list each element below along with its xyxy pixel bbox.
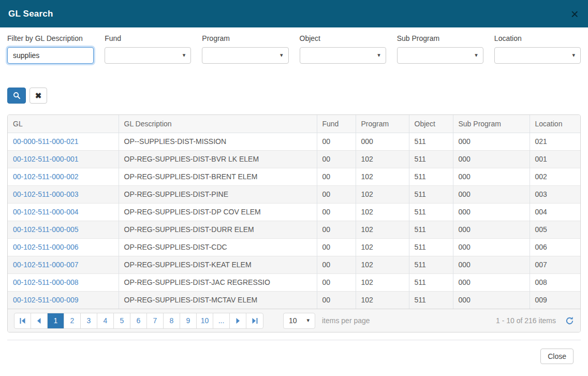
- column-header-object[interactable]: Object: [409, 115, 453, 133]
- table-cell: 002: [530, 168, 581, 185]
- table-cell: 00: [317, 221, 356, 238]
- table-cell: 008: [530, 273, 581, 291]
- table-cell: OP--SUPPLIES-DIST-MISSION: [119, 133, 317, 150]
- column-header-sub-program[interactable]: Sub Program: [453, 115, 530, 133]
- pager-right: 1 - 10 of 216 items: [496, 316, 574, 325]
- gl-description-input[interactable]: [7, 47, 94, 64]
- search-button[interactable]: [7, 88, 26, 104]
- table-cell: 511: [409, 150, 453, 168]
- pager-page-2-button[interactable]: 2: [64, 313, 81, 328]
- pager-page-4-button[interactable]: 4: [97, 313, 114, 328]
- column-header-location[interactable]: Location: [530, 115, 581, 133]
- table-cell: 00: [317, 168, 356, 185]
- table-cell: 102: [356, 168, 409, 185]
- filter-field-description: Filter by GL Description: [7, 34, 94, 64]
- table-cell: 000: [453, 168, 530, 185]
- gl-link[interactable]: 00-102-511-000-002: [13, 172, 79, 181]
- table-cell: 000: [453, 273, 530, 291]
- program-dropdown[interactable]: ▾: [202, 47, 288, 64]
- table-cell: 511: [409, 273, 453, 291]
- table-cell: 511: [409, 133, 453, 150]
- table-cell: 102: [356, 273, 409, 291]
- column-header-fund[interactable]: Fund: [317, 115, 356, 133]
- table-cell: 021: [530, 133, 581, 150]
- table-cell: 00: [317, 256, 356, 273]
- table-cell: OP-REG-SUPPLIES-DIST-DP COV ELEM: [119, 203, 317, 221]
- close-icon[interactable]: ×: [570, 7, 580, 21]
- table-cell: OP-REG-SUPPLIES-DIST-BVR LK ELEM: [119, 150, 317, 168]
- close-button[interactable]: Close: [540, 349, 574, 364]
- table-cell: 102: [356, 256, 409, 273]
- table-cell: OP-REG-SUPPLIES-DIST-BRENT ELEM: [119, 168, 317, 185]
- gl-link[interactable]: 00-102-511-000-004: [13, 208, 79, 216]
- filter-row: Filter by GL Description Fund▾Program▾Ob…: [7, 34, 581, 64]
- modal-body: Filter by GL Description Fund▾Program▾Ob…: [0, 27, 588, 364]
- table-cell: 004: [530, 203, 581, 221]
- table-cell: 006: [530, 238, 581, 256]
- gl-link[interactable]: 00-102-511-000-007: [13, 261, 79, 269]
- gl-link[interactable]: 00-102-511-000-005: [13, 225, 79, 234]
- pager-page-5-button[interactable]: 5: [114, 313, 130, 328]
- gl-link[interactable]: 00-102-511-000-009: [13, 296, 79, 304]
- column-header-gl-description[interactable]: GL Description: [119, 115, 317, 133]
- table-row: 00-102-511-000-002OP-REG-SUPPLIES-DIST-B…: [8, 168, 581, 185]
- pager-page-7-button[interactable]: 7: [147, 313, 164, 328]
- chevron-down-icon: ▾: [377, 52, 380, 59]
- table-cell: 102: [356, 221, 409, 238]
- gl-link[interactable]: 00-102-511-000-003: [13, 190, 79, 198]
- items-per-page-select[interactable]: 10 ▾: [283, 313, 315, 329]
- table-cell: 511: [409, 221, 453, 238]
- filter-sub-program-label: Sub Program: [397, 34, 483, 42]
- clear-button[interactable]: ✖: [30, 88, 47, 104]
- gl-link[interactable]: 00-102-511-000-001: [13, 155, 79, 163]
- table-cell: 511: [409, 168, 453, 185]
- filter-location-label: Location: [494, 34, 581, 42]
- table-cell: 00: [317, 238, 356, 256]
- column-header-program[interactable]: Program: [356, 115, 409, 133]
- modal-footer: Close: [7, 340, 581, 364]
- table-cell: 102: [356, 203, 409, 221]
- table-cell: 00: [317, 273, 356, 291]
- pager-page-10-button[interactable]: 10: [197, 313, 213, 328]
- table-cell: 000: [453, 185, 530, 203]
- filter-field-sub-program: Sub Program▾: [397, 34, 483, 64]
- fund-dropdown[interactable]: ▾: [105, 47, 191, 64]
- table-cell: 00: [317, 150, 356, 168]
- clear-icon: ✖: [35, 91, 42, 100]
- gl-link[interactable]: 00-102-511-000-008: [13, 278, 79, 286]
- items-per-page-value: 10: [289, 316, 297, 325]
- location-dropdown[interactable]: ▾: [494, 47, 581, 64]
- table-cell: 000: [356, 133, 409, 150]
- pager-last-button[interactable]: [246, 313, 263, 328]
- pager-page-9-button[interactable]: 9: [180, 313, 197, 328]
- pager-next-button[interactable]: [230, 313, 246, 328]
- gl-link[interactable]: 00-000-511-000-021: [13, 137, 79, 146]
- pager-prev-button[interactable]: [31, 313, 48, 328]
- column-header-gl[interactable]: GL: [8, 115, 119, 133]
- filter-program-label: Program: [202, 34, 288, 42]
- pager-page-8-button[interactable]: 8: [164, 313, 180, 328]
- sub-program-dropdown[interactable]: ▾: [397, 47, 483, 64]
- filter-field-program: Program▾: [202, 34, 288, 64]
- refresh-icon[interactable]: [565, 316, 574, 325]
- table-cell: 511: [409, 203, 453, 221]
- table-cell: OP-REG-SUPPLIES-DIST-JAC REGRESSIO: [119, 273, 317, 291]
- table-cell: OP-REG-SUPPLIES-DIST-CDC: [119, 238, 317, 256]
- table-cell: 000: [453, 291, 530, 309]
- pager-more-button[interactable]: ...: [213, 313, 230, 328]
- chevron-down-icon: ▾: [280, 52, 283, 59]
- pager-first-button[interactable]: [14, 313, 31, 328]
- gl-link[interactable]: 00-102-511-000-006: [13, 243, 79, 251]
- chevron-down-icon: ▾: [572, 52, 576, 59]
- table-cell: 511: [409, 291, 453, 309]
- gl-cell: 00-000-511-000-021: [8, 133, 119, 150]
- table-cell: 000: [453, 150, 530, 168]
- object-dropdown[interactable]: ▾: [300, 47, 386, 64]
- gl-cell: 00-102-511-000-002: [8, 168, 119, 185]
- pager-page-6-button[interactable]: 6: [130, 313, 147, 328]
- filter-description-label: Filter by GL Description: [7, 34, 94, 42]
- pager-page-3-button[interactable]: 3: [81, 313, 97, 328]
- gl-cell: 00-102-511-000-005: [8, 221, 119, 238]
- table-row: 00-102-511-000-005OP-REG-SUPPLIES-DIST-D…: [8, 221, 581, 238]
- pager-page-1-button[interactable]: 1: [48, 313, 64, 328]
